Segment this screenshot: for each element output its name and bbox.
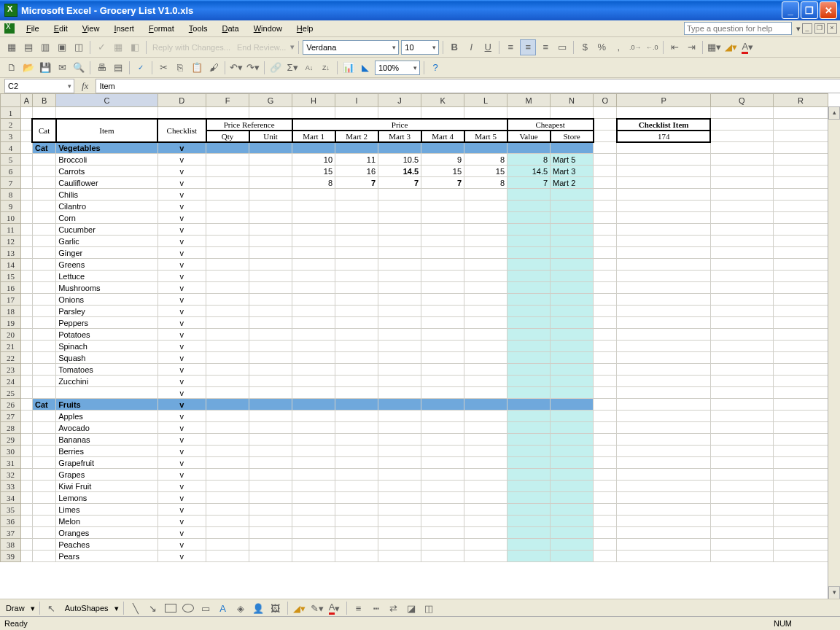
cell[interactable] xyxy=(617,446,711,457)
cell[interactable] xyxy=(617,329,711,341)
cell[interactable] xyxy=(710,201,773,212)
item-name[interactable]: Peppers xyxy=(56,317,158,329)
cell-cat[interactable]: Cat xyxy=(32,119,55,142)
search-button[interactable]: 🔍 xyxy=(71,61,86,75)
cell[interactable] xyxy=(594,142,617,154)
item-name[interactable]: Carrots xyxy=(56,166,158,177)
cell[interactable] xyxy=(617,154,711,166)
underline-button[interactable]: U xyxy=(481,40,495,55)
cell[interactable] xyxy=(617,212,711,224)
spell-button[interactable]: ✓ xyxy=(133,61,148,75)
cell[interactable] xyxy=(594,166,617,177)
cell[interactable] xyxy=(617,259,711,271)
cell[interactable] xyxy=(594,259,617,271)
cell[interactable] xyxy=(56,107,158,119)
cell[interactable] xyxy=(773,539,828,551)
cell[interactable] xyxy=(378,107,421,119)
wordart-icon[interactable]: A xyxy=(216,601,230,615)
item-name[interactable]: Berries xyxy=(56,446,158,457)
cell-item[interactable]: Item xyxy=(56,119,158,142)
cell[interactable] xyxy=(773,282,828,294)
cell[interactable] xyxy=(710,189,773,201)
cell[interactable] xyxy=(594,282,617,294)
cut-button[interactable]: ✂ xyxy=(156,61,171,75)
cell[interactable] xyxy=(710,516,773,527)
font-color-button[interactable]: A▾ xyxy=(740,40,755,55)
link-button[interactable]: 🔗 xyxy=(268,61,283,75)
item-name[interactable]: Apples xyxy=(56,411,158,422)
shadow-icon[interactable]: ◪ xyxy=(404,601,419,615)
cell[interactable] xyxy=(594,504,617,516)
cell[interactable] xyxy=(594,551,617,562)
preview-button[interactable]: ▤ xyxy=(111,61,125,75)
cell[interactable] xyxy=(710,247,773,259)
cell[interactable] xyxy=(617,282,711,294)
item-name[interactable]: Greens xyxy=(56,259,158,271)
cell[interactable] xyxy=(594,516,617,527)
tb-icon[interactable]: ◧ xyxy=(128,40,142,55)
cell[interactable] xyxy=(594,154,617,166)
align-center-button[interactable]: ≡ xyxy=(520,39,536,55)
menu-data[interactable]: Data xyxy=(214,22,246,35)
oval-icon[interactable] xyxy=(181,601,195,615)
cell[interactable] xyxy=(773,236,828,247)
item-name[interactable]: Limes xyxy=(56,504,158,516)
cell[interactable] xyxy=(617,271,711,282)
cell[interactable] xyxy=(773,422,828,434)
col-header[interactable]: B xyxy=(32,94,55,107)
cell[interactable] xyxy=(773,551,828,562)
col-header[interactable]: J xyxy=(378,94,421,107)
cell[interactable] xyxy=(710,504,773,516)
select-all-corner[interactable] xyxy=(1,94,21,107)
merge-button[interactable]: ▭ xyxy=(555,40,569,55)
picture-icon[interactable]: 🖼 xyxy=(268,601,283,615)
cell[interactable] xyxy=(773,469,828,481)
cell[interactable] xyxy=(594,492,617,504)
cell[interactable] xyxy=(710,481,773,492)
menu-file[interactable]: File xyxy=(19,22,47,35)
cell[interactable] xyxy=(617,457,711,469)
cell[interactable] xyxy=(773,364,828,376)
cell[interactable] xyxy=(594,189,617,201)
cell[interactable] xyxy=(710,329,773,341)
cell[interactable] xyxy=(594,364,617,376)
cell[interactable] xyxy=(773,247,828,259)
cell[interactable] xyxy=(710,527,773,539)
cell[interactable] xyxy=(206,107,249,119)
cell[interactable] xyxy=(617,516,711,527)
fx-icon[interactable]: fx xyxy=(82,80,88,92)
cell[interactable] xyxy=(617,411,711,422)
cell[interactable] xyxy=(594,341,617,352)
col-header[interactable]: M xyxy=(508,94,551,107)
cell[interactable] xyxy=(617,527,711,539)
cell[interactable] xyxy=(773,212,828,224)
item-name[interactable]: Zucchini xyxy=(56,376,158,387)
cell[interactable] xyxy=(710,282,773,294)
fill-color-icon[interactable]: ◢▾ xyxy=(292,601,307,615)
cell[interactable] xyxy=(617,364,711,376)
cell[interactable] xyxy=(710,434,773,446)
cell[interactable] xyxy=(710,492,773,504)
col-header[interactable]: K xyxy=(421,94,464,107)
item-name[interactable]: Parsley xyxy=(56,306,158,317)
item-name[interactable]: Cauliflower xyxy=(56,177,158,189)
col-header[interactable]: L xyxy=(464,94,508,107)
item-name[interactable]: Lemons xyxy=(56,492,158,504)
cell[interactable] xyxy=(773,107,828,119)
scroll-up-button[interactable]: ▴ xyxy=(828,106,840,120)
cell[interactable] xyxy=(773,411,828,422)
help-search-input[interactable] xyxy=(684,22,792,35)
col-header[interactable]: D xyxy=(158,94,206,107)
redo-button[interactable]: ↷▾ xyxy=(246,61,260,75)
cell[interactable] xyxy=(773,341,828,352)
col-header[interactable]: G xyxy=(249,94,292,107)
menu-insert[interactable]: Insert xyxy=(106,22,141,35)
cell[interactable] xyxy=(594,376,617,387)
item-name[interactable]: Peaches xyxy=(56,539,158,551)
doc-close-button[interactable]: × xyxy=(827,23,837,34)
cell[interactable] xyxy=(464,107,508,119)
spreadsheet-grid[interactable]: ABCDFGHIJKLMNOPQR12 Cat Item Checklist P… xyxy=(0,93,840,599)
cell[interactable] xyxy=(773,201,828,212)
item-name[interactable]: Melon xyxy=(56,516,158,527)
zoom-select[interactable]: 100% xyxy=(375,61,420,75)
